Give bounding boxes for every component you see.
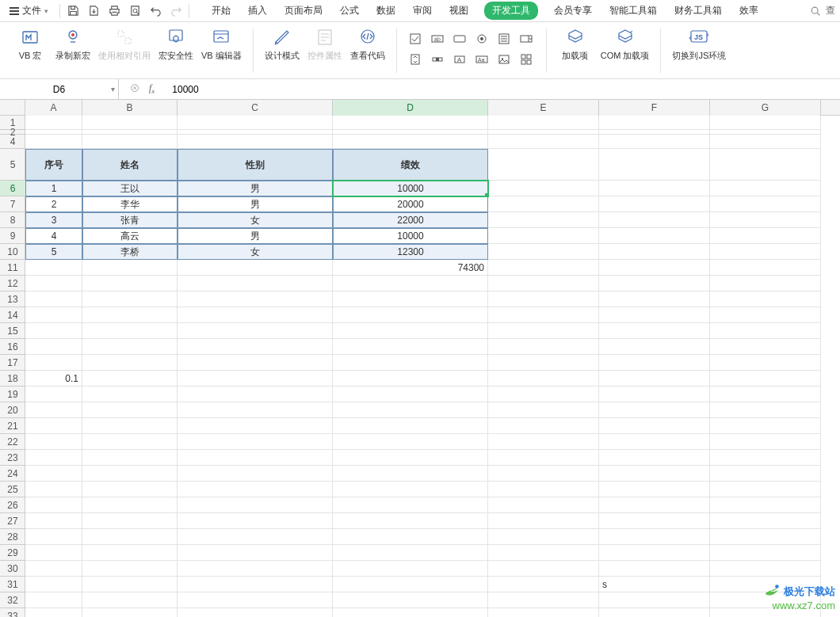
cell[interactable]	[710, 291, 821, 307]
row-header-31[interactable]: 31	[0, 577, 25, 592]
cell[interactable]	[82, 402, 178, 418]
cell[interactable]	[710, 196, 821, 212]
radio-control-icon[interactable]	[475, 32, 489, 46]
cell[interactable]	[25, 450, 82, 466]
cell[interactable]: 女	[178, 212, 333, 228]
cell[interactable]: 4	[25, 228, 82, 244]
cell[interactable]: 22000	[333, 212, 488, 228]
cell[interactable]	[488, 529, 599, 545]
cell[interactable]	[82, 371, 178, 387]
cell[interactable]	[488, 339, 599, 355]
cell[interactable]	[488, 466, 599, 482]
cell[interactable]: 张青	[82, 212, 178, 228]
cell[interactable]	[178, 260, 333, 276]
cell[interactable]	[488, 260, 599, 276]
switch-js-button[interactable]: JS 切换到JS环境	[672, 25, 726, 60]
cell[interactable]	[710, 149, 821, 181]
redo-icon[interactable]	[170, 5, 182, 17]
row-header-18[interactable]: 18	[0, 371, 25, 387]
cell[interactable]	[178, 291, 333, 307]
row-header-8[interactable]: 8	[0, 212, 25, 228]
row-header-6[interactable]: 6	[0, 181, 25, 196]
checkbox-control-icon[interactable]	[408, 32, 422, 46]
cell[interactable]	[710, 513, 821, 529]
cell[interactable]	[333, 135, 488, 149]
cell[interactable]	[710, 323, 821, 339]
cell[interactable]	[333, 561, 488, 577]
row-header-33[interactable]: 33	[0, 608, 25, 617]
relative-ref-button[interactable]: 使用相对引用	[98, 25, 151, 60]
cell[interactable]	[488, 371, 599, 387]
cell[interactable]: 74300	[333, 260, 488, 276]
cell[interactable]	[82, 577, 178, 592]
cell[interactable]	[25, 387, 82, 402]
label-aa-control-icon[interactable]: Aa	[475, 52, 489, 67]
cell[interactable]	[488, 116, 599, 130]
cell[interactable]	[710, 545, 821, 561]
cell[interactable]	[710, 371, 821, 387]
cell[interactable]: 姓名	[82, 149, 178, 181]
cell[interactable]	[333, 577, 488, 592]
cell[interactable]	[25, 513, 82, 529]
cell[interactable]	[599, 545, 710, 561]
row-header-24[interactable]: 24	[0, 466, 25, 482]
export-icon[interactable]	[87, 5, 100, 17]
more-controls-icon[interactable]	[519, 52, 533, 67]
cell[interactable]	[82, 116, 178, 130]
cell[interactable]	[82, 561, 178, 577]
cells-area[interactable]: 序号姓名性别绩效1王以男100002李华男200003张青女220004高云男1…	[25, 116, 840, 617]
tab-finance[interactable]: 财务工具箱	[673, 1, 724, 21]
row-header-23[interactable]: 23	[0, 450, 25, 466]
cell[interactable]	[82, 529, 178, 545]
cell[interactable]: 绩效	[333, 149, 488, 181]
cell[interactable]	[25, 608, 82, 617]
cell[interactable]	[178, 135, 333, 149]
vb-editor-button[interactable]: VB 编辑器	[201, 25, 242, 60]
cell[interactable]: 女	[178, 244, 333, 260]
cell[interactable]	[599, 149, 710, 181]
cell[interactable]	[599, 260, 710, 276]
cell[interactable]	[178, 387, 333, 402]
cell[interactable]	[488, 291, 599, 307]
cell[interactable]	[178, 402, 333, 418]
row-header-29[interactable]: 29	[0, 545, 25, 561]
row-header-27[interactable]: 27	[0, 513, 25, 529]
cell[interactable]	[25, 577, 82, 592]
cell[interactable]	[488, 135, 599, 149]
column-header-C[interactable]: C	[178, 100, 333, 116]
cell[interactable]	[25, 307, 82, 323]
cell[interactable]	[178, 561, 333, 577]
cell[interactable]	[710, 608, 821, 617]
column-header-B[interactable]: B	[82, 100, 178, 116]
row-header-13[interactable]: 13	[0, 291, 25, 307]
tab-review[interactable]: 审阅	[411, 1, 433, 21]
row-header-26[interactable]: 26	[0, 497, 25, 513]
cell[interactable]: 高云	[82, 228, 178, 244]
cell[interactable]	[488, 592, 599, 608]
cell[interactable]	[488, 561, 599, 577]
cell[interactable]	[25, 291, 82, 307]
cell[interactable]	[333, 497, 488, 513]
combobox-control-icon[interactable]	[519, 32, 533, 46]
cell[interactable]	[333, 545, 488, 561]
cell[interactable]	[599, 513, 710, 529]
textbox-control-icon[interactable]: ab	[430, 32, 445, 46]
cell[interactable]	[82, 135, 178, 149]
cell[interactable]	[25, 323, 82, 339]
column-header-D[interactable]: D	[333, 100, 488, 116]
cell[interactable]	[333, 434, 488, 450]
cell[interactable]	[710, 577, 821, 592]
cell[interactable]	[178, 513, 333, 529]
cell[interactable]: 男	[178, 228, 333, 244]
cell[interactable]	[82, 497, 178, 513]
cell[interactable]	[333, 418, 488, 434]
cell[interactable]	[710, 307, 821, 323]
cell[interactable]	[178, 434, 333, 450]
cell[interactable]	[710, 592, 821, 608]
row-header-9[interactable]: 9	[0, 228, 25, 244]
column-header-G[interactable]: G	[710, 100, 821, 116]
row-header-17[interactable]: 17	[0, 355, 25, 371]
record-macro-button[interactable]: 录制新宏	[55, 25, 90, 60]
cell[interactable]	[488, 608, 599, 617]
cell[interactable]	[178, 608, 333, 617]
